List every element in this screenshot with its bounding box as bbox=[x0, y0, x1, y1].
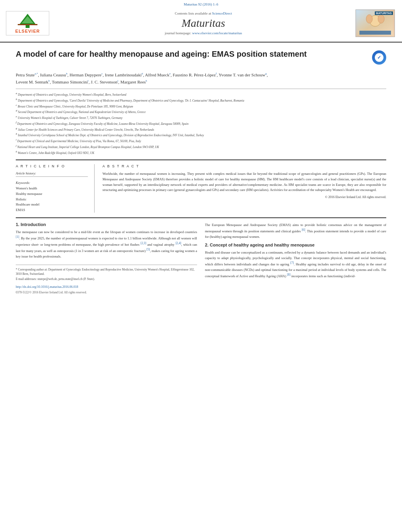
homepage-link[interactable]: www.elsevier.com/locate/maturitas bbox=[192, 31, 242, 35]
author-alfred-mueck: Alfred Muecke bbox=[145, 72, 171, 77]
author-iuliana-ceausu: Iuliana Ceausub bbox=[40, 72, 67, 77]
journal-homepage-line: journal homepage: www.elsevier.com/locat… bbox=[59, 31, 348, 35]
authors-section: Petra Stutea,*, Iuliana Ceausub, Herman … bbox=[16, 72, 386, 85]
section1-number: 1. bbox=[16, 222, 19, 227]
svg-point-7 bbox=[378, 15, 384, 23]
sciencedirect-link[interactable]: ScienceDirect bbox=[212, 11, 232, 15]
keyword-healthy-menopause: Healthy menopause bbox=[16, 191, 88, 197]
section1-right-intro: The European Menopause and Andropause So… bbox=[205, 222, 386, 239]
sciencedirect-line: Contents lists available at ScienceDirec… bbox=[59, 11, 348, 15]
journal-top-bar: Maturitas 92 (2016) 1–6 bbox=[0, 0, 402, 7]
abstract-text: Worldwide, the number of menopausal wome… bbox=[102, 171, 386, 193]
crossmark-inner: ✓ bbox=[375, 53, 383, 62]
footnote-section: * Corresponding author at: Department of… bbox=[16, 265, 197, 295]
copyright-line: © 2016 Elsevier Ireland Ltd. All rights … bbox=[102, 195, 386, 199]
affiliation-k: k Women's Centre, John Radcliffe Hospita… bbox=[16, 150, 386, 155]
section2-title: 2. Concept of healthy ageing and healthy… bbox=[205, 243, 386, 247]
elsevier-logo: ELSEVIER bbox=[4, 9, 51, 37]
keyword-healthcare-model: Healthcare model bbox=[16, 202, 88, 208]
affiliations-section: a Department of Obstetrics and Gynecolog… bbox=[16, 89, 386, 155]
affiliation-b: b Department of Obstetrics and Gynecolog… bbox=[16, 97, 386, 103]
journal-volume-info: Maturitas 92 (2016) 1–6 bbox=[184, 2, 218, 6]
author-jc-stevenson: J. C. Stevensonj bbox=[91, 80, 118, 84]
issn-line: 0378-5122/© 2016 Elsevier Ireland Ltd. A… bbox=[16, 290, 197, 295]
journal-title: Maturitas bbox=[59, 17, 348, 30]
maturitas-brand-text: MATURITAS bbox=[375, 11, 393, 15]
section1-label: Introduction bbox=[20, 222, 46, 227]
info-abstract-section: A R T I C L E I N F O Article history: K… bbox=[16, 159, 386, 213]
elsevier-brand-text: ELSEVIER bbox=[15, 29, 40, 33]
page-wrapper: Maturitas 92 (2016) 1–6 ELSEVIER C bbox=[0, 0, 402, 532]
article-title-section: A model of care for healthy menopause an… bbox=[16, 49, 386, 68]
article-info-header: A R T I C L E I N F O bbox=[16, 164, 88, 168]
affiliation-a: a Department of Obstetrics and Gynecolog… bbox=[16, 91, 386, 97]
affiliation-h: h Istanbul University Cerrahpasa School … bbox=[16, 132, 386, 137]
article-title: A model of care for healthy menopause an… bbox=[16, 49, 372, 59]
homepage-prefix: journal homepage: bbox=[165, 31, 191, 35]
footnote-corresponding: * Corresponding author at: Department of… bbox=[16, 267, 197, 276]
author-levent-senturk: Levent M. Senturkh bbox=[16, 80, 50, 84]
elsevier-logo-img: ELSEVIER bbox=[6, 11, 49, 35]
article-content: A model of care for healthy menopause an… bbox=[0, 43, 402, 298]
article-info-column: A R T I C L E I N F O Article history: K… bbox=[16, 164, 95, 213]
section1-title: 1. Introduction bbox=[16, 222, 197, 227]
maturitas-journal-logo: MATURITAS bbox=[355, 9, 395, 37]
section2-label: Concept of healthy ageing and healthy me… bbox=[210, 243, 315, 247]
svg-rect-8 bbox=[359, 31, 391, 35]
footnote-email: E-mail addresses: stutepe@web.de, petra.… bbox=[16, 277, 197, 281]
author-faustino-perez: Faustino R. Pérez-Lópezf bbox=[173, 72, 216, 77]
abstract-column: A B S T R A C T Worldwide, the number of… bbox=[102, 164, 386, 213]
author-yvonne-schouw: Yvonne T. van der Schouwg bbox=[219, 72, 267, 77]
affiliation-f: f Department of Obstetrics and Gynecolog… bbox=[16, 120, 386, 126]
affiliation-i: i Department of Clinical and Experimenta… bbox=[16, 138, 386, 143]
affiliation-e: e University Women's Hospital of Tuebing… bbox=[16, 115, 386, 120]
journal-header: Maturitas 92 (2016) 1–6 ELSEVIER C bbox=[0, 0, 402, 43]
affiliation-g: g Julius Center for Health Sciences and … bbox=[16, 126, 386, 132]
body-left-column: 1. Introduction The menopause can now be… bbox=[16, 222, 197, 295]
journal-center-info: Contents lists available at ScienceDirec… bbox=[51, 11, 355, 35]
sciencedirect-prefix: Contents lists available at bbox=[175, 11, 211, 15]
author-margaret-rees: Margaret Reesk bbox=[121, 80, 147, 84]
section2-paragraph1: Health and disease can be conceptualized… bbox=[205, 250, 386, 279]
doi-line[interactable]: http://dx.doi.org/10.1016/j.maturitas.20… bbox=[16, 285, 197, 289]
keyword-womens-health: Women's health bbox=[16, 186, 88, 191]
keyword-emas: EMAS bbox=[16, 208, 88, 213]
svg-rect-3 bbox=[18, 24, 37, 25]
author-herman-depypere: Herman Depyperec bbox=[70, 72, 103, 77]
body-right-column: The European Menopause and Andropause So… bbox=[205, 222, 386, 295]
crossmark-badge: ✓ bbox=[372, 50, 386, 65]
section2-number: 2. bbox=[205, 243, 208, 247]
journal-banner: ELSEVIER Contents lists available at Sci… bbox=[0, 7, 402, 39]
svg-point-6 bbox=[366, 15, 372, 23]
abstract-header: A B S T R A C T bbox=[102, 164, 386, 168]
affiliation-j: j National Heart and Lung Institute, Imp… bbox=[16, 144, 386, 149]
keyword-holistic: Holistic bbox=[16, 197, 88, 202]
article-history-label: Article history: bbox=[16, 171, 88, 177]
keywords-label: Keywords: bbox=[16, 181, 88, 185]
author-irene-lambrinoudaki: Irene Lambrinoudakid bbox=[105, 72, 143, 77]
author-tommaso-simoncini: Tommaso Simoncinii bbox=[52, 80, 89, 84]
affiliation-c: c Breast Clinic and Menopause Clinic, Un… bbox=[16, 103, 386, 109]
author-petra-stute: Petra Stutea,* bbox=[16, 72, 38, 77]
elsevier-tree-icon bbox=[14, 13, 41, 28]
section1-paragraph1: The menopause can now be considered to b… bbox=[16, 229, 197, 259]
article-body: 1. Introduction The menopause can now be… bbox=[16, 217, 386, 295]
affiliation-d: d Second Department of Obstetrics and Gy… bbox=[16, 109, 386, 114]
